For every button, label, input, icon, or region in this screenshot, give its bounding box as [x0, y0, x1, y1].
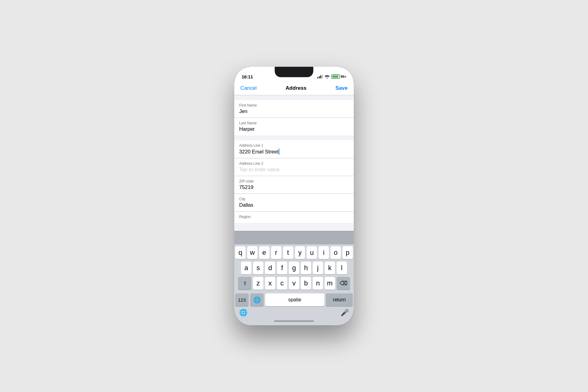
key-r[interactable]: r	[271, 246, 281, 259]
address-line1-value: 3220 Ersel Street	[239, 149, 349, 155]
return-key[interactable]: return	[326, 293, 353, 306]
key-t[interactable]: t	[283, 246, 293, 259]
address-line1-field[interactable]: Address Line 1 3220 Ersel Street	[234, 140, 354, 158]
key-u[interactable]: u	[307, 246, 317, 259]
backspace-icon: ⌫	[340, 280, 347, 287]
key-b[interactable]: b	[301, 277, 311, 290]
keyboard: q w e r t y u i o p a s d f g	[234, 231, 354, 325]
key-y[interactable]: y	[295, 246, 305, 259]
key-z[interactable]: z	[253, 277, 263, 290]
zip-value: 75219	[239, 184, 349, 190]
status-icons: 95+	[317, 74, 346, 79]
key-k[interactable]: k	[325, 262, 335, 274]
key-v[interactable]: v	[289, 277, 299, 290]
first-name-field[interactable]: First Name Jen	[234, 100, 354, 118]
city-field[interactable]: City Dallas	[234, 194, 354, 212]
language-icon[interactable]: 🌐	[239, 309, 247, 317]
delete-key[interactable]: ⌫	[337, 277, 350, 290]
status-time: 16:11	[242, 74, 253, 79]
key-g[interactable]: g	[289, 262, 299, 274]
address-line2-placeholder: Tap to enter value	[239, 167, 349, 173]
signal-bars-icon	[317, 75, 323, 78]
key-l[interactable]: l	[337, 262, 347, 274]
key-e[interactable]: e	[259, 246, 270, 259]
keyboard-row-2: a s d f g h j k l	[235, 262, 353, 274]
first-name-value: Jen	[239, 108, 349, 115]
shift-key[interactable]: ⇧	[238, 277, 251, 290]
home-bar-area	[234, 317, 354, 325]
wifi-icon	[325, 75, 330, 78]
keyboard-bottom-row: 123 🌐 spatie return	[234, 293, 354, 307]
region-field[interactable]: Region	[234, 212, 354, 223]
home-indicator	[274, 320, 314, 322]
address-line1-label: Address Line 1	[239, 143, 349, 148]
key-c[interactable]: c	[277, 277, 287, 290]
save-button[interactable]: Save	[335, 85, 348, 91]
number-key[interactable]: 123	[235, 293, 249, 306]
nav-bar: Cancel Address Save	[234, 82, 354, 95]
key-j[interactable]: j	[313, 262, 323, 274]
notch	[275, 67, 313, 77]
region-label: Region	[239, 215, 349, 219]
battery-body	[331, 74, 340, 79]
key-n[interactable]: n	[313, 277, 323, 290]
key-f[interactable]: f	[277, 262, 287, 274]
battery-fill	[332, 75, 338, 78]
nav-title: Address	[286, 85, 307, 91]
battery-label: 95+	[341, 75, 346, 78]
address-line2-field[interactable]: Address Line 2 Tap to enter value	[234, 158, 354, 176]
key-h[interactable]: h	[301, 262, 311, 274]
address-line2-label: Address Line 2	[239, 161, 349, 166]
form-content: First Name Jen Last Name Harper Address …	[234, 95, 354, 231]
phone-frame: 16:11 95+	[234, 67, 354, 325]
key-a[interactable]: a	[241, 262, 251, 274]
first-name-label: First Name	[239, 103, 349, 107]
key-w[interactable]: w	[247, 246, 258, 259]
screen: 16:11 95+	[234, 67, 354, 325]
last-name-value: Harper	[239, 126, 349, 132]
key-o[interactable]: o	[330, 246, 341, 259]
key-q[interactable]: q	[235, 246, 246, 259]
zip-field[interactable]: ZIP code 75219	[234, 176, 354, 194]
emoji-key[interactable]: 🌐	[250, 293, 264, 306]
text-cursor	[279, 149, 279, 155]
battery-indicator: 95+	[331, 74, 346, 79]
keyboard-toolbar	[234, 231, 354, 244]
last-name-field[interactable]: Last Name Harper	[234, 118, 354, 135]
keyboard-row-1: q w e r t y u i o p	[235, 246, 353, 259]
keyboard-keys: q w e r t y u i o p a s d f g	[234, 244, 354, 293]
keyboard-accessory: 🌐 🎤	[234, 307, 354, 317]
key-p[interactable]: p	[342, 246, 353, 259]
zip-label: ZIP code	[239, 179, 349, 183]
key-m[interactable]: m	[325, 277, 335, 290]
globe-icon: 🌐	[253, 296, 261, 303]
last-name-label: Last Name	[239, 121, 349, 125]
city-value: Dallas	[239, 202, 349, 208]
key-s[interactable]: s	[253, 262, 263, 274]
keyboard-row-3: ⇧ z x c v b n m ⌫	[235, 277, 353, 290]
space-key[interactable]: spatie	[265, 293, 324, 306]
key-i[interactable]: i	[318, 246, 329, 259]
key-x[interactable]: x	[265, 277, 275, 290]
name-section: First Name Jen Last Name Harper	[234, 100, 354, 135]
shift-icon: ⇧	[243, 281, 247, 286]
cancel-button[interactable]: Cancel	[240, 85, 257, 91]
address-section: Address Line 1 3220 Ersel Street Address…	[234, 140, 354, 223]
key-d[interactable]: d	[265, 262, 275, 274]
city-label: City	[239, 197, 349, 201]
mic-icon[interactable]: 🎤	[341, 309, 349, 317]
